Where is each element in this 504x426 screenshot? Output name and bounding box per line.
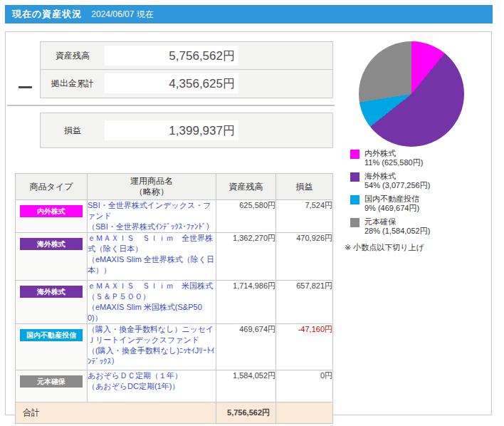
summary-row-contrib: 拠出金累計 4,356,625円 bbox=[41, 69, 332, 97]
balance-label: 資産残高 bbox=[41, 50, 105, 62]
legend-item: 海外株式 54% (3,077,256円) bbox=[345, 172, 487, 190]
col-header-type: 商品タイプ bbox=[16, 174, 88, 200]
legend-item: 内外株式 11% (625,580円) bbox=[345, 149, 487, 167]
product-type-badge: 元本確保 bbox=[20, 375, 83, 388]
col-header-pl: 損益 bbox=[276, 174, 333, 200]
product-abbr: （SBI・全世界株式ｲﾝﾃﾞｯｸｽ･ﾌｧﾝﾄﾞ） bbox=[88, 222, 216, 232]
legend-swatch bbox=[350, 218, 359, 227]
balance-cell: 625,580円 bbox=[216, 200, 276, 233]
col-header-name-main: 運用商品名 bbox=[88, 176, 216, 187]
pl-cell: 470,926円 bbox=[276, 233, 333, 281]
legend-item: 元本確保 28% (1,584,052円) bbox=[345, 217, 487, 236]
col-header-name: 運用商品名 （略称） bbox=[88, 174, 216, 200]
section-titlebar: 現在の資産状況 2024/06/07 現在 bbox=[5, 5, 493, 24]
legend-swatch bbox=[350, 172, 359, 182]
as-of-date: 2024/06/07 現在 bbox=[91, 9, 153, 21]
summary-box-pl: 損益 1,399,937円 bbox=[40, 113, 333, 148]
legend-swatch bbox=[350, 150, 359, 159]
holdings-table: 商品タイプ 運用商品名 （略称） 資産残高 損益 内外株式 SBI・全世界株式イ… bbox=[15, 173, 333, 424]
pl-cell: 0円 bbox=[276, 370, 333, 402]
product-abbr: （あおぞらDC定期(1年)） bbox=[88, 381, 216, 392]
summary-row-balance: 資産残高 5,756,562円 bbox=[41, 42, 332, 69]
col-header-name-sub: （略称） bbox=[88, 187, 216, 197]
product-type-badge: 国内不動産投信 bbox=[20, 329, 83, 341]
balance-cell: 1,714,986円 bbox=[216, 281, 276, 324]
rounding-note: ※ 小数点以下切り上げ bbox=[345, 242, 487, 253]
legend-label: 内外株式 bbox=[364, 149, 423, 158]
total-pl-empty bbox=[276, 402, 333, 424]
pl-value: 1,399,937円 bbox=[105, 120, 238, 140]
product-name-link[interactable]: SBI・全世界株式インデックス・ファンド bbox=[88, 200, 216, 222]
legend-label: 国内不動産投信 bbox=[364, 194, 419, 204]
table-row: 海外株式 ｅＭＡＸＩＳ Ｓｌｉｍ 全世界株式（除く日本） （eMAXIS Sli… bbox=[16, 233, 333, 281]
product-name-link[interactable]: （購入・換金手数料なし）ニッセイＪリートインデックスファンド bbox=[88, 324, 216, 346]
total-row: 合計 5,756,562円 bbox=[16, 402, 333, 424]
contrib-value: 4,356,625円 bbox=[105, 73, 238, 93]
product-name-link[interactable]: ｅＭＡＸＩＳ Ｓｌｉｍ 米国株式（Ｓ＆Ｐ５００） bbox=[88, 281, 216, 302]
balance-cell: 1,584,052円 bbox=[216, 370, 276, 402]
contrib-label: 拠出金累計 bbox=[41, 78, 105, 90]
balance-cell: 1,362,270円 bbox=[216, 233, 276, 281]
page-title: 現在の資産状況 bbox=[12, 8, 82, 21]
table-row: 国内不動産投信 （購入・換金手数料なし）ニッセイＪリートインデックスファンド （… bbox=[16, 324, 333, 370]
product-abbr: （eMAXIS Slim 全世界株式（除く日本）） bbox=[88, 254, 216, 276]
legend-detail: 11% (625,580円) bbox=[364, 158, 423, 167]
table-header-row: 商品タイプ 運用商品名 （略称） 資産残高 損益 bbox=[16, 174, 333, 200]
balance-cell: 469,674円 bbox=[216, 324, 276, 370]
balance-value: 5,756,562円 bbox=[105, 46, 238, 66]
summary-row-pl: 損益 1,399,937円 bbox=[41, 113, 332, 147]
pie-legend: 内外株式 11% (625,580円) 海外株式 54% (3,077,256円… bbox=[345, 149, 487, 253]
content-panel: 資産残高 5,756,562円 拠出金累計 4,356,625円 損益 1,39… bbox=[5, 31, 492, 415]
product-abbr: （eMAXIS Slim 米国株式(S&P500)） bbox=[88, 302, 216, 323]
legend-detail: 9% (469,674円) bbox=[364, 204, 419, 213]
legend-item: 国内不動産投信 9% (469,674円) bbox=[345, 194, 487, 213]
minus-sign-icon bbox=[19, 86, 32, 88]
table-row: 元本確保 あおぞらＤＣ定期（１年） （あおぞらDC定期(1年)） 1,584,0… bbox=[16, 370, 333, 402]
total-balance: 5,756,562円 bbox=[216, 402, 276, 424]
product-name-link[interactable]: あおぞらＤＣ定期（１年） bbox=[88, 370, 216, 381]
table-row: 海外株式 ｅＭＡＸＩＳ Ｓｌｉｍ 米国株式（Ｓ＆Ｐ５００） （eMAXIS Sl… bbox=[16, 281, 333, 324]
pl-label: 損益 bbox=[41, 125, 105, 137]
legend-detail: 28% (1,584,052円) bbox=[364, 227, 430, 236]
legend-label: 元本確保 bbox=[364, 217, 430, 227]
asset-pie-chart bbox=[359, 41, 464, 147]
equals-line bbox=[7, 105, 335, 106]
table-row: 内外株式 SBI・全世界株式インデックス・ファンド （SBI・全世界株式ｲﾝﾃﾞ… bbox=[16, 200, 333, 233]
total-label: 合計 bbox=[16, 402, 216, 424]
product-type-badge: 海外株式 bbox=[20, 238, 83, 250]
legend-detail: 54% (3,077,256円) bbox=[364, 181, 430, 190]
pl-cell: -47,160円 bbox=[276, 324, 333, 370]
product-type-badge: 内外株式 bbox=[20, 205, 83, 217]
summary-box-balance-contrib: 資産残高 5,756,562円 拠出金累計 4,356,625円 bbox=[40, 41, 333, 98]
pl-cell: 7,524円 bbox=[276, 200, 333, 233]
legend-label: 海外株式 bbox=[364, 172, 430, 181]
legend-swatch bbox=[350, 195, 359, 204]
pl-cell: 657,821円 bbox=[276, 281, 333, 324]
product-type-badge: 海外株式 bbox=[20, 286, 83, 298]
col-header-balance: 資産残高 bbox=[216, 174, 276, 200]
product-name-link[interactable]: ｅＭＡＸＩＳ Ｓｌｉｍ 全世界株式（除く日本） bbox=[88, 233, 216, 254]
product-abbr: （(購入・換金手数料なし)ﾆｯｾｲJﾘｰﾄｲﾝﾃﾞｯｸｽ） bbox=[88, 346, 216, 367]
